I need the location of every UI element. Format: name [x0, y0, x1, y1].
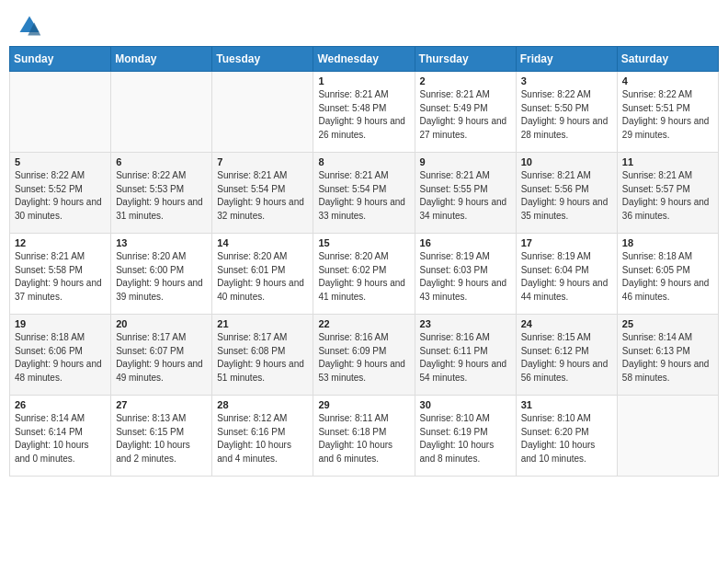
day-info-23: Sunrise: 8:16 AM Sunset: 6:11 PM Dayligh… [420, 331, 511, 385]
day-cell-20: 20Sunrise: 8:17 AM Sunset: 6:07 PM Dayli… [111, 315, 212, 396]
day-info-16: Sunrise: 8:19 AM Sunset: 6:03 PM Dayligh… [420, 250, 511, 304]
day-cell-9: 9Sunrise: 8:21 AM Sunset: 5:55 PM Daylig… [415, 153, 516, 234]
weekday-header-thursday: Thursday [415, 47, 516, 72]
day-cell-22: 22Sunrise: 8:16 AM Sunset: 6:09 PM Dayli… [313, 315, 415, 396]
day-info-26: Sunrise: 8:14 AM Sunset: 6:14 PM Dayligh… [15, 412, 106, 465]
day-info-7: Sunrise: 8:21 AM Sunset: 5:54 PM Dayligh… [217, 169, 308, 223]
calendar-header: SundayMondayTuesdayWednesdayThursdayFrid… [10, 47, 719, 72]
logo [17, 13, 46, 39]
day-number-2: 2 [420, 75, 511, 86]
day-info-4: Sunrise: 8:22 AM Sunset: 5:51 PM Dayligh… [622, 88, 713, 142]
day-number-28: 28 [217, 399, 308, 410]
week-row-3: 19Sunrise: 8:18 AM Sunset: 6:06 PM Dayli… [10, 315, 719, 396]
day-number-27: 27 [116, 399, 207, 410]
day-cell-27: 27Sunrise: 8:13 AM Sunset: 6:15 PM Dayli… [111, 396, 212, 477]
day-number-5: 5 [15, 156, 106, 167]
empty-cell [111, 72, 212, 153]
day-cell-30: 30Sunrise: 8:10 AM Sunset: 6:19 PM Dayli… [415, 396, 516, 477]
weekday-header-saturday: Saturday [617, 47, 718, 72]
day-cell-2: 2Sunrise: 8:21 AM Sunset: 5:49 PM Daylig… [415, 72, 516, 153]
weekday-header-tuesday: Tuesday [212, 47, 313, 72]
calendar: SundayMondayTuesdayWednesdayThursdayFrid… [0, 46, 728, 563]
day-cell-14: 14Sunrise: 8:20 AM Sunset: 6:01 PM Dayli… [212, 234, 313, 315]
weekday-header-row: SundayMondayTuesdayWednesdayThursdayFrid… [10, 47, 719, 72]
day-info-24: Sunrise: 8:15 AM Sunset: 6:12 PM Dayligh… [521, 331, 612, 385]
week-row-4: 26Sunrise: 8:14 AM Sunset: 6:14 PM Dayli… [10, 396, 719, 477]
day-cell-15: 15Sunrise: 8:20 AM Sunset: 6:02 PM Dayli… [313, 234, 415, 315]
day-cell-12: 12Sunrise: 8:21 AM Sunset: 5:58 PM Dayli… [10, 234, 111, 315]
day-number-23: 23 [420, 318, 511, 329]
day-cell-21: 21Sunrise: 8:17 AM Sunset: 6:08 PM Dayli… [212, 315, 313, 396]
day-cell-29: 29Sunrise: 8:11 AM Sunset: 6:18 PM Dayli… [313, 396, 415, 477]
day-info-6: Sunrise: 8:22 AM Sunset: 5:53 PM Dayligh… [116, 169, 207, 223]
day-info-11: Sunrise: 8:21 AM Sunset: 5:57 PM Dayligh… [622, 169, 713, 223]
day-cell-19: 19Sunrise: 8:18 AM Sunset: 6:06 PM Dayli… [10, 315, 111, 396]
day-number-14: 14 [217, 237, 308, 248]
day-cell-1: 1Sunrise: 8:21 AM Sunset: 5:48 PM Daylig… [313, 72, 415, 153]
empty-cell [212, 72, 313, 153]
day-number-30: 30 [420, 399, 511, 410]
day-cell-18: 18Sunrise: 8:18 AM Sunset: 6:05 PM Dayli… [617, 234, 718, 315]
day-number-3: 3 [521, 75, 612, 86]
day-number-22: 22 [318, 318, 409, 329]
day-info-9: Sunrise: 8:21 AM Sunset: 5:55 PM Dayligh… [420, 169, 511, 223]
day-cell-28: 28Sunrise: 8:12 AM Sunset: 6:16 PM Dayli… [212, 396, 313, 477]
day-info-15: Sunrise: 8:20 AM Sunset: 6:02 PM Dayligh… [318, 250, 409, 304]
day-cell-11: 11Sunrise: 8:21 AM Sunset: 5:57 PM Dayli… [617, 153, 718, 234]
day-info-8: Sunrise: 8:21 AM Sunset: 5:54 PM Dayligh… [318, 169, 409, 223]
day-info-30: Sunrise: 8:10 AM Sunset: 6:19 PM Dayligh… [420, 412, 511, 465]
empty-cell [10, 72, 111, 153]
day-cell-31: 31Sunrise: 8:10 AM Sunset: 6:20 PM Dayli… [516, 396, 617, 477]
day-info-14: Sunrise: 8:20 AM Sunset: 6:01 PM Dayligh… [217, 250, 308, 304]
day-number-6: 6 [116, 156, 207, 167]
day-info-5: Sunrise: 8:22 AM Sunset: 5:52 PM Dayligh… [15, 169, 106, 223]
weekday-header-friday: Friday [516, 47, 617, 72]
day-cell-10: 10Sunrise: 8:21 AM Sunset: 5:56 PM Dayli… [516, 153, 617, 234]
day-cell-8: 8Sunrise: 8:21 AM Sunset: 5:54 PM Daylig… [313, 153, 415, 234]
page: SundayMondayTuesdayWednesdayThursdayFrid… [0, 0, 728, 563]
day-cell-26: 26Sunrise: 8:14 AM Sunset: 6:14 PM Dayli… [10, 396, 111, 477]
day-info-31: Sunrise: 8:10 AM Sunset: 6:20 PM Dayligh… [521, 412, 612, 465]
empty-cell [617, 396, 718, 477]
day-number-20: 20 [116, 318, 207, 329]
day-number-10: 10 [521, 156, 612, 167]
day-number-24: 24 [521, 318, 612, 329]
day-info-27: Sunrise: 8:13 AM Sunset: 6:15 PM Dayligh… [116, 412, 207, 465]
day-cell-4: 4Sunrise: 8:22 AM Sunset: 5:51 PM Daylig… [617, 72, 718, 153]
day-cell-3: 3Sunrise: 8:22 AM Sunset: 5:50 PM Daylig… [516, 72, 617, 153]
day-number-29: 29 [318, 399, 409, 410]
day-cell-25: 25Sunrise: 8:14 AM Sunset: 6:13 PM Dayli… [617, 315, 718, 396]
weekday-header-wednesday: Wednesday [313, 47, 415, 72]
day-info-13: Sunrise: 8:20 AM Sunset: 6:00 PM Dayligh… [116, 250, 207, 304]
day-info-17: Sunrise: 8:19 AM Sunset: 6:04 PM Dayligh… [521, 250, 612, 304]
day-number-31: 31 [521, 399, 612, 410]
day-info-29: Sunrise: 8:11 AM Sunset: 6:18 PM Dayligh… [318, 412, 409, 465]
calendar-body: 1Sunrise: 8:21 AM Sunset: 5:48 PM Daylig… [10, 72, 719, 477]
weekday-header-sunday: Sunday [10, 47, 111, 72]
day-info-25: Sunrise: 8:14 AM Sunset: 6:13 PM Dayligh… [622, 331, 713, 385]
day-number-25: 25 [622, 318, 713, 329]
day-info-28: Sunrise: 8:12 AM Sunset: 6:16 PM Dayligh… [217, 412, 308, 465]
day-cell-6: 6Sunrise: 8:22 AM Sunset: 5:53 PM Daylig… [111, 153, 212, 234]
day-cell-17: 17Sunrise: 8:19 AM Sunset: 6:04 PM Dayli… [516, 234, 617, 315]
day-number-19: 19 [15, 318, 106, 329]
day-number-15: 15 [318, 237, 409, 248]
day-number-7: 7 [217, 156, 308, 167]
day-number-11: 11 [622, 156, 713, 167]
day-cell-13: 13Sunrise: 8:20 AM Sunset: 6:00 PM Dayli… [111, 234, 212, 315]
week-row-2: 12Sunrise: 8:21 AM Sunset: 5:58 PM Dayli… [10, 234, 719, 315]
day-info-19: Sunrise: 8:18 AM Sunset: 6:06 PM Dayligh… [15, 331, 106, 385]
day-number-13: 13 [116, 237, 207, 248]
day-number-17: 17 [521, 237, 612, 248]
day-number-1: 1 [318, 75, 409, 86]
day-info-12: Sunrise: 8:21 AM Sunset: 5:58 PM Dayligh… [15, 250, 106, 304]
day-number-12: 12 [15, 237, 106, 248]
day-cell-24: 24Sunrise: 8:15 AM Sunset: 6:12 PM Dayli… [516, 315, 617, 396]
day-info-1: Sunrise: 8:21 AM Sunset: 5:48 PM Dayligh… [318, 88, 409, 142]
day-cell-7: 7Sunrise: 8:21 AM Sunset: 5:54 PM Daylig… [212, 153, 313, 234]
day-info-2: Sunrise: 8:21 AM Sunset: 5:49 PM Dayligh… [420, 88, 511, 142]
day-cell-16: 16Sunrise: 8:19 AM Sunset: 6:03 PM Dayli… [415, 234, 516, 315]
day-number-26: 26 [15, 399, 106, 410]
day-info-21: Sunrise: 8:17 AM Sunset: 6:08 PM Dayligh… [217, 331, 308, 385]
header [0, 0, 728, 46]
